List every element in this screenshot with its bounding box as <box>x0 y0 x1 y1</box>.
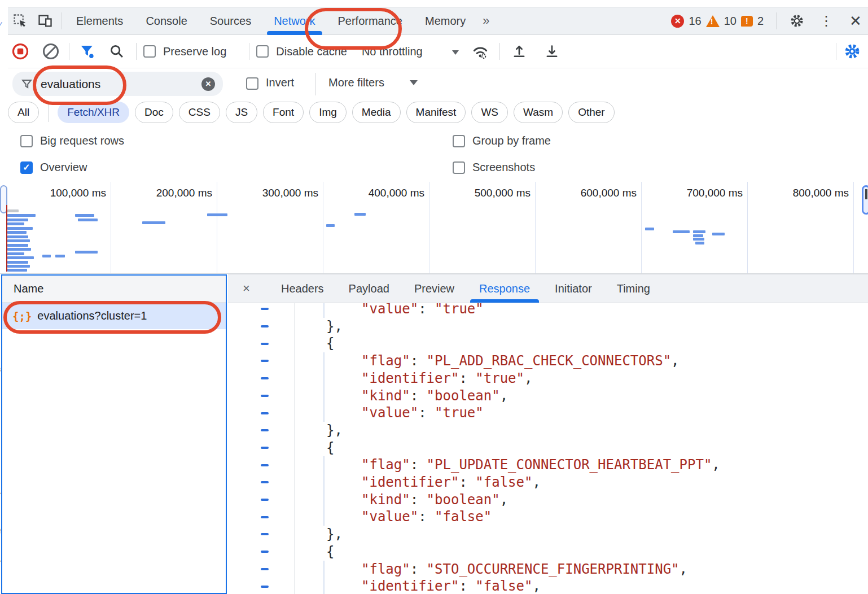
network-toolbar: Preserve log Disable cache No throttling <box>8 35 868 68</box>
chip-js[interactable]: JS <box>226 102 257 123</box>
code-fold-marker-icon[interactable] <box>261 308 269 310</box>
request-timeline-bar <box>7 239 30 242</box>
code-fold-marker-icon[interactable] <box>261 516 269 518</box>
record-network-log-button[interactable] <box>8 39 33 64</box>
timeline-tick-label: 800,000 ms <box>747 187 849 199</box>
invert-checkbox[interactable] <box>246 77 258 90</box>
request-timeline-bar <box>693 238 704 241</box>
clear-filter-icon[interactable]: ✕ <box>201 77 215 91</box>
response-code-line: "flag": "PL_UPDATE_CONNECTOR_HEARTBEAT_P… <box>361 456 720 474</box>
filter-funnel-icon <box>20 77 34 91</box>
big-request-rows-checkbox[interactable] <box>20 135 33 147</box>
chip-fetch-xhr[interactable]: Fetch/XHR <box>58 102 129 123</box>
timeline-tick-label: 300,000 ms <box>217 187 318 199</box>
code-fold-marker-icon[interactable] <box>261 395 269 397</box>
overview-checkbox[interactable] <box>20 161 33 174</box>
code-fold-marker-icon[interactable] <box>261 360 269 362</box>
preserve-log-checkbox[interactable] <box>143 45 156 58</box>
detail-tab-timing[interactable]: Timing <box>604 274 663 303</box>
code-fold-marker-icon[interactable] <box>261 551 269 553</box>
code-fold-marker-icon[interactable] <box>261 325 269 327</box>
more-tabs-chevron-icon[interactable]: » <box>477 14 493 28</box>
export-har-icon[interactable] <box>540 39 564 64</box>
request-timeline-bar <box>7 214 36 217</box>
import-har-icon[interactable] <box>507 39 532 64</box>
kebab-menu-icon[interactable]: ⋮ <box>814 8 839 33</box>
request-name: evaluations?cluster=1 <box>37 309 147 322</box>
chip-ws[interactable]: WS <box>471 102 508 123</box>
tab-sources[interactable]: Sources <box>199 7 262 35</box>
detail-tab-payload[interactable]: Payload <box>336 274 402 303</box>
network-settings-gear-icon[interactable] <box>840 39 865 64</box>
detail-tab-response[interactable]: Response <box>467 274 542 303</box>
code-fold-marker-icon[interactable] <box>261 533 269 535</box>
response-code-line: }, <box>326 318 343 335</box>
request-timeline-bar <box>7 227 33 230</box>
detail-tab-preview[interactable]: Preview <box>402 274 467 303</box>
chip-css[interactable]: CSS <box>179 102 220 123</box>
request-timeline-bar <box>7 269 27 272</box>
code-fold-marker-icon[interactable] <box>261 568 269 570</box>
device-toolbar-icon[interactable] <box>33 8 58 33</box>
clear-network-log-button[interactable] <box>38 39 63 64</box>
code-fold-marker-icon[interactable] <box>261 481 269 483</box>
error-count[interactable]: 16 <box>689 15 701 28</box>
request-row[interactable]: {;}evaluations?cluster=1 <box>2 303 226 329</box>
screenshots-checkbox[interactable] <box>453 161 465 174</box>
code-fold-marker-icon[interactable] <box>261 429 269 431</box>
throttling-caret-icon[interactable] <box>452 50 459 55</box>
tab-elements[interactable]: Elements <box>65 7 134 35</box>
gutter-divider <box>294 303 295 594</box>
code-fold-marker-icon[interactable] <box>261 586 269 588</box>
response-code-line: "identifier": "true", <box>361 370 532 387</box>
name-column-header[interactable]: Name <box>2 276 226 303</box>
close-detail-icon[interactable]: × <box>243 281 269 296</box>
chip-wasm[interactable]: Wasm <box>514 102 563 123</box>
response-body-viewer[interactable]: "value": "true"},{"flag": "PL_ADD_RBAC_C… <box>228 303 868 594</box>
filter-input-pill[interactable]: ✕ <box>12 72 223 96</box>
chip-other[interactable]: Other <box>568 102 615 123</box>
response-code-line: { <box>326 543 334 561</box>
throttling-select[interactable]: No throttling <box>362 45 423 58</box>
code-fold-marker-icon[interactable] <box>261 377 269 379</box>
tab-console[interactable]: Console <box>134 7 198 35</box>
tab-network[interactable]: Network <box>262 7 326 35</box>
filter-input[interactable] <box>40 77 196 91</box>
chip-font[interactable]: Font <box>263 102 304 123</box>
request-timeline-bar <box>7 265 30 268</box>
warning-count[interactable]: 10 <box>724 15 737 28</box>
more-filters-button[interactable]: More filters <box>328 76 384 89</box>
chip-media[interactable]: Media <box>352 102 401 123</box>
detail-tab-initiator[interactable]: Initiator <box>542 274 604 303</box>
tab-memory[interactable]: Memory <box>414 7 477 35</box>
response-code-line: }, <box>326 422 343 439</box>
tab-performance[interactable]: Performance <box>327 7 414 35</box>
issues-badge-icon[interactable]: ! <box>741 16 753 27</box>
code-fold-marker-icon[interactable] <box>261 447 269 449</box>
inspect-element-icon[interactable] <box>8 8 33 33</box>
network-overview-timeline[interactable]: 100,000 ms200,000 ms300,000 ms400,000 ms… <box>0 182 868 274</box>
code-fold-marker-icon[interactable] <box>261 343 269 345</box>
chip-doc[interactable]: Doc <box>135 102 173 123</box>
chip-img[interactable]: Img <box>309 102 347 123</box>
settings-gear-icon[interactable] <box>784 8 809 33</box>
chip-all[interactable]: All <box>8 102 39 123</box>
disable-cache-checkbox[interactable] <box>256 45 269 58</box>
filter-icon[interactable] <box>75 39 100 64</box>
group-by-frame-checkbox[interactable] <box>453 135 465 147</box>
overview-right-handle[interactable] <box>862 185 868 215</box>
warning-badge-icon[interactable] <box>706 15 720 27</box>
chip-manifest[interactable]: Manifest <box>406 102 466 123</box>
more-filters-caret-icon[interactable] <box>410 80 418 85</box>
code-fold-marker-icon[interactable] <box>261 499 269 501</box>
network-conditions-icon[interactable] <box>468 39 493 64</box>
detail-tab-headers[interactable]: Headers <box>269 274 336 303</box>
error-badge-icon[interactable]: ✕ <box>671 15 684 28</box>
code-fold-marker-icon[interactable] <box>261 464 269 466</box>
request-timeline-bar <box>207 213 227 216</box>
issues-count[interactable]: 2 <box>757 15 764 28</box>
close-devtools-icon[interactable]: ✕ <box>843 8 868 33</box>
code-fold-marker-icon[interactable] <box>261 412 269 414</box>
request-timeline-bar <box>7 209 19 212</box>
search-icon[interactable] <box>104 39 129 64</box>
